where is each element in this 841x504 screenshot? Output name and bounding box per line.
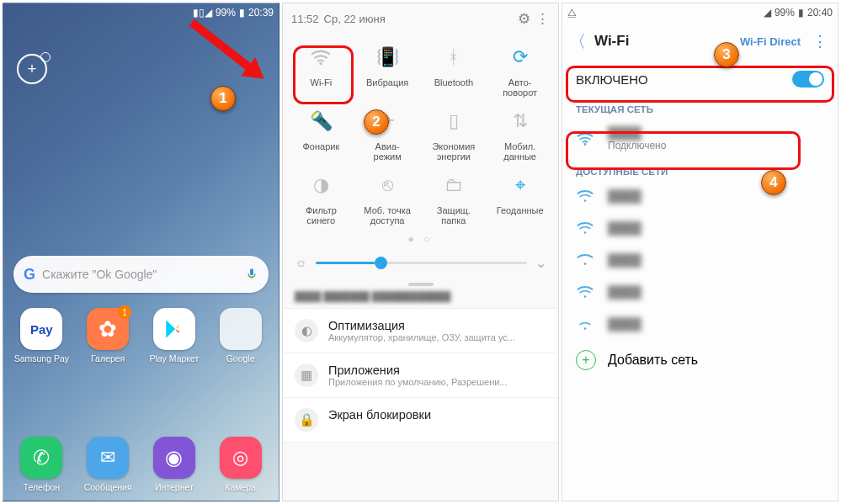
page-title: Wi-Fi [594,33,732,50]
apps-icon: ▦ [295,363,318,387]
dock-row: ✆Телефон ✉Сообщения ◉Интернет ◎Камера [3,437,279,492]
qs-tile-flashlight[interactable]: 🔦Фонарик [288,108,354,162]
qs-tile-location[interactable]: ⌖Геоданные [487,172,553,225]
app-internet[interactable]: ◉Интернет [144,437,205,492]
battery-pct: 99% [216,7,236,19]
qs-tile-mobiledata[interactable]: ⇅Мобил. данные [487,108,553,162]
wifi-settings-panel: ⧋ ◢ 99% ▮ 20:40 〈 Wi-Fi Wi-Fi Direct ⋮ В… [562,3,838,501]
more-icon[interactable]: ⋮ [809,32,831,50]
search-placeholder: Скажите "Ok Google" [42,268,238,281]
mic-icon[interactable] [245,268,258,281]
app-samsung-pay[interactable]: PaySamsung Pay [11,308,72,363]
clock: 20:39 [248,7,274,19]
wifi-lock-icon [576,188,596,204]
google-logo-icon: G [24,266,35,284]
app-row-1: PaySamsung Pay ✿1Галерея Play Маркет Goo… [3,308,279,363]
settings-list: ◐ОптимизацияАккумулятор, хранилище, ОЗУ,… [283,308,558,443]
svg-point-5 [584,263,587,265]
qs-tile-hotspot[interactable]: ⎋Моб. точка доступа [354,172,421,225]
qs-tile-bluelight[interactable]: ◑Фильтр синего [288,172,354,225]
qs-time: 11:52 [291,13,319,25]
highlight-wifi-tile [293,45,354,104]
qs-date: Ср, 22 июня [324,13,513,25]
qs-tile-autorotate[interactable]: ⟳Авто- поворот [487,44,553,98]
wifi-header: 〈 Wi-Fi Wi-Fi Direct ⋮ [562,22,838,61]
settings-row-optimize[interactable]: ◐ОптимизацияАккумулятор, хранилище, ОЗУ,… [283,309,558,353]
svg-rect-0 [251,278,252,279]
wifi-lock-icon [576,220,596,236]
battery-pct: 99% [774,7,795,19]
google-search-bar[interactable]: G Скажите "Ok Google" [13,256,269,293]
app-play-store[interactable]: Play Маркет [144,308,205,363]
highlight-current-network [566,131,801,170]
add-network-label: Добавить сеть [608,353,698,368]
status-bar: ⧋ ◢ 99% ▮ 20:40 [562,3,838,22]
network-item[interactable]: ████ [562,276,838,308]
network-item[interactable]: ████ [562,244,838,276]
app-messages[interactable]: ✉Сообщения [77,437,138,492]
marker-3: 3 [714,42,739,67]
annotation-arrow [189,19,256,74]
more-icon[interactable]: ⋮ [535,10,550,28]
lock-icon: 🔒 [295,408,318,432]
app-phone[interactable]: ✆Телефон [11,437,72,492]
gear-icon[interactable]: ⚙ [518,10,530,28]
svg-point-7 [584,327,587,330]
home-screen-panel: ▮▯◢ 99% ▮ 20:39 + G Скажите "Ok Google" … [3,3,279,501]
qs-tile-vibrate[interactable]: 📳Вибрация [354,44,421,98]
network-item[interactable]: ████ [562,308,838,340]
app-camera[interactable]: ◎Камера [210,437,271,492]
svg-point-6 [584,295,587,298]
page-indicator: ● ○ [283,231,558,247]
wifi-lock-icon [576,316,596,332]
app-gallery[interactable]: ✿1Галерея [77,308,138,363]
chevron-down-icon[interactable]: ⌄ [535,255,546,271]
network-item[interactable]: ████ [562,180,838,212]
svg-point-4 [584,231,587,234]
optimize-icon: ◐ [295,319,318,342]
wifi-icon [576,252,596,268]
marker-1: 1 [210,86,236,111]
wifi-direct-link[interactable]: Wi-Fi Direct [740,35,801,48]
weather-widget[interactable]: + [17,54,47,84]
wifi-lock-icon [576,284,596,300]
plus-icon: + [576,350,596,370]
qs-tile-powersave[interactable]: ▯Экономия энергии [421,108,487,162]
qs-tile-bluetooth[interactable]: ᚼBluetooth [421,44,487,98]
qs-header: 11:52 Ср, 22 июня ⚙ ⋮ [283,3,558,34]
settings-row-lockscreen[interactable]: 🔒Экран блокировки [283,398,558,443]
wifi-status-icon: ⧋ [567,7,577,19]
back-icon[interactable]: 〈 [569,30,586,53]
highlight-toggle [566,66,834,103]
marker-4: 4 [761,170,786,195]
brightness-slider[interactable]: ☼ ⌄ [283,247,558,279]
network-item[interactable]: ████ [562,212,838,244]
app-google-folder[interactable]: Google [210,308,271,363]
signal-icon: ▮▯◢ [193,7,212,19]
qs-tile-securefolder[interactable]: 🗀Защищ. папка [421,172,487,225]
marker-2: 2 [364,109,389,135]
brightness-icon: ☼ [295,255,307,270]
quick-settings-panel: 11:52 Ср, 22 июня ⚙ ⋮ Wi-Fi 📳Вибрация ᚼB… [282,3,559,501]
settings-row-apps[interactable]: ▦ПриложенияПриложения по умолчанию, Разр… [283,353,558,398]
drag-handle[interactable] [408,283,434,286]
add-network[interactable]: + Добавить сеть [562,340,838,380]
clock: 20:40 [807,7,833,19]
signal-icon: ◢ [764,7,771,19]
blurred-line: ████ ███████ ████████████ [283,289,558,303]
svg-point-3 [584,199,587,202]
status-bar: ▮▯◢ 99% ▮ 20:39 [3,3,279,22]
battery-icon: ▮ [798,7,804,19]
battery-icon: ▮ [239,7,245,19]
